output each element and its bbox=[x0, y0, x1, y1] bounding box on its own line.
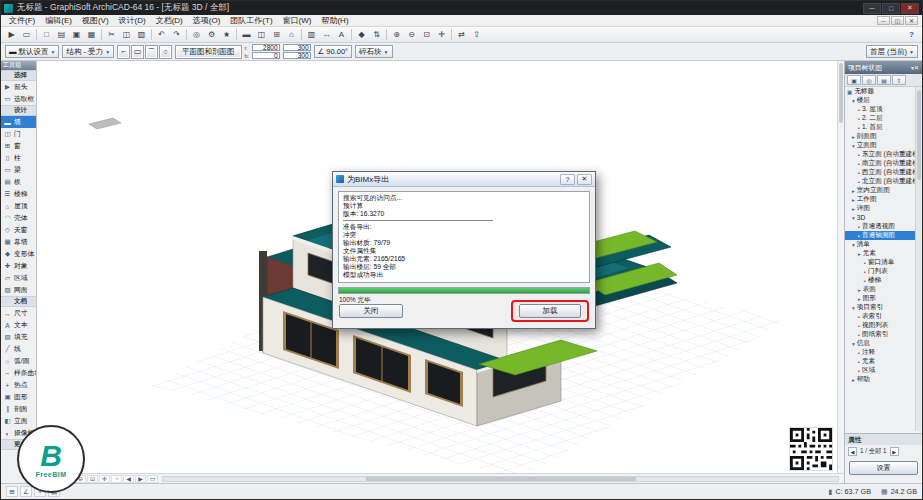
maximize-button[interactable]: □ bbox=[882, 3, 900, 14]
tree-item[interactable]: ▪ 门列表 bbox=[845, 267, 915, 276]
save-button[interactable]: ▣ bbox=[69, 28, 84, 41]
toolbox-item[interactable]: ▶ 箭头 bbox=[1, 81, 36, 93]
cut-button[interactable]: ✂ bbox=[104, 28, 119, 41]
tree-item[interactable]: ▪ 北立面 (自动重建模型) bbox=[845, 177, 915, 186]
toolbox-item[interactable]: ✚ 对象 bbox=[1, 260, 36, 272]
toolbox-item[interactable]: ◠ 壳体 bbox=[1, 212, 36, 224]
wall-angle-field[interactable]: ∠ 90.00° bbox=[314, 45, 353, 58]
close-dialog-button[interactable]: 关闭 bbox=[339, 304, 403, 318]
layers-button[interactable]: ▥ bbox=[304, 28, 319, 41]
project-map-tab[interactable]: ▣ bbox=[847, 75, 861, 85]
tree-item[interactable]: ▪ 窗口清单 bbox=[845, 258, 915, 267]
menu-item[interactable]: 窗口(W) bbox=[278, 15, 317, 26]
toolbox-item[interactable]: ▣ 图形 bbox=[1, 391, 36, 403]
menu-item[interactable]: 设计(D) bbox=[114, 15, 151, 26]
undo-button[interactable]: ↶ bbox=[154, 28, 169, 41]
tree-item[interactable]: ▸ 元素 bbox=[845, 249, 915, 258]
tree-item[interactable]: ▣ 无标题 bbox=[845, 87, 915, 96]
child-close-button[interactable]: ✕ bbox=[905, 16, 918, 25]
close-button[interactable]: ✕ bbox=[901, 3, 919, 14]
tree-item[interactable]: ▪ 南立面 (自动重建模型) bbox=[845, 159, 915, 168]
geometry-rect-button[interactable]: ▭ bbox=[131, 45, 144, 59]
toolbox-item[interactable]: ☰ 楼梯 bbox=[1, 188, 36, 200]
structure-dropdown[interactable]: 结构 - 受力▼ bbox=[62, 45, 114, 58]
settings-button[interactable]: 设置 bbox=[849, 461, 918, 475]
toolbox-item[interactable]: ▭ 梁 bbox=[1, 164, 36, 176]
layout-book-tab[interactable]: ▤ bbox=[877, 75, 891, 85]
tree-item[interactable]: ▪ 注释 bbox=[845, 348, 915, 357]
tree-item[interactable]: ▾ 3D bbox=[845, 213, 915, 222]
publisher-tab[interactable]: ⇧ bbox=[892, 75, 906, 85]
vertical-scrollbar[interactable] bbox=[837, 61, 844, 473]
layout-icon[interactable]: ▭ bbox=[147, 475, 158, 483]
prev-page-button[interactable]: ◀ bbox=[848, 447, 857, 456]
tree-item[interactable]: ▾ 立面图 bbox=[845, 141, 915, 150]
tree-item[interactable]: ▾ 楼层 bbox=[845, 96, 915, 105]
minimize-button[interactable]: ─ bbox=[863, 3, 881, 14]
favorites-button[interactable]: ★ bbox=[219, 28, 234, 41]
new-file-button[interactable]: □ bbox=[39, 28, 54, 41]
geometry-circle-button[interactable]: ○ bbox=[159, 45, 172, 59]
menu-item[interactable]: 文档(D) bbox=[151, 15, 188, 26]
tree-item[interactable]: ▸ 室内立面图 bbox=[845, 186, 915, 195]
dialog-close-icon[interactable]: ✕ bbox=[577, 174, 592, 185]
next-page-button[interactable]: ▶ bbox=[890, 447, 899, 456]
toolbox-item[interactable]: ▭ 选取框 bbox=[1, 93, 36, 105]
copy-button[interactable]: ◫ bbox=[119, 28, 134, 41]
child-minimize-button[interactable]: ─ bbox=[877, 16, 890, 25]
toolbox-item[interactable]: ▨ 网面 bbox=[1, 284, 36, 296]
load-button[interactable]: 加载 bbox=[519, 304, 581, 318]
tree-item[interactable]: ▪ 普通透视图 bbox=[845, 222, 915, 231]
toolbox-item[interactable]: ▤ 板 bbox=[1, 176, 36, 188]
pan-button[interactable]: ✛ bbox=[434, 28, 449, 41]
print-button[interactable]: ▦ bbox=[84, 28, 99, 41]
toolbox-item[interactable]: ↔ 尺寸 bbox=[1, 307, 36, 319]
redo-button[interactable]: ↷ bbox=[169, 28, 184, 41]
toolbox-item[interactable]: ~ 样条曲线 bbox=[1, 367, 36, 379]
tree-item[interactable]: ▪ 图纸索引 bbox=[845, 330, 915, 339]
menu-item[interactable]: 选项(O) bbox=[188, 15, 226, 26]
toolbox-item[interactable]: ○ 弧/圆 bbox=[1, 355, 36, 367]
tree-item[interactable]: ▪ 楼梯 bbox=[845, 276, 915, 285]
object-quick-button[interactable]: ⌂ bbox=[284, 28, 299, 41]
plan-section-button[interactable]: 平面图和剖面图 bbox=[175, 45, 242, 59]
tree-item[interactable]: ▪ 1. 首层 bbox=[845, 123, 915, 132]
tree-item[interactable]: ▪ 普通轴测图 bbox=[845, 231, 915, 240]
geometry-straight-button[interactable]: ⌐ bbox=[117, 45, 130, 59]
menu-item[interactable]: 编辑(E) bbox=[40, 15, 77, 26]
fit-view-icon[interactable]: ⊡ bbox=[87, 475, 98, 483]
toolbox-item[interactable]: A 文本 bbox=[1, 319, 36, 331]
tree-item[interactable]: ▪ 西立面 (自动重建模型) bbox=[845, 168, 915, 177]
tree-item[interactable]: ▪ 元素 bbox=[845, 357, 915, 366]
child-restore-button[interactable]: ◫ bbox=[891, 16, 904, 25]
home-story-dropdown[interactable]: 首层 (当前)▼ bbox=[866, 45, 918, 58]
next-view-icon[interactable]: ▶ bbox=[135, 475, 146, 483]
tree-item[interactable]: ▪ 视图列表 bbox=[845, 321, 915, 330]
toolbox-item[interactable]: 文档 bbox=[1, 296, 36, 307]
menu-item[interactable]: 团队工作(T) bbox=[225, 15, 277, 26]
tree-item[interactable]: ▸ 工作图 bbox=[845, 195, 915, 204]
tree-item[interactable]: ▪ 表索引 bbox=[845, 312, 915, 321]
material-dropdown[interactable]: 碎石块▼ bbox=[355, 45, 392, 58]
toolbox-caption[interactable]: 工具箱 bbox=[1, 61, 36, 70]
tree-item[interactable]: ▸ 详图 bbox=[845, 204, 915, 213]
view-map-tab[interactable]: ◎ bbox=[862, 75, 876, 85]
tree-item[interactable]: ▸ 图形 bbox=[845, 294, 915, 303]
tree-item[interactable]: ▪ 2. 二层 bbox=[845, 114, 915, 123]
previous-view-icon[interactable]: ◀ bbox=[123, 475, 134, 483]
toolbox-item[interactable]: ╱ 线 bbox=[1, 343, 36, 355]
zoom-in-button[interactable]: ⊕ bbox=[389, 28, 404, 41]
toolbox-item[interactable]: ◇ 天窗 bbox=[1, 224, 36, 236]
navigator-scrollbar[interactable] bbox=[915, 87, 922, 431]
teamwork-button[interactable]: ⇄ bbox=[454, 28, 469, 41]
dimension-button[interactable]: ↔ bbox=[319, 28, 334, 41]
wall-top-height-input[interactable]: 2800 bbox=[252, 44, 280, 51]
window-quick-button[interactable]: ⊞ bbox=[269, 28, 284, 41]
menu-item[interactable]: 文件(F) bbox=[4, 15, 40, 26]
door-quick-button[interactable]: ◫ bbox=[254, 28, 269, 41]
toolbox-item[interactable]: ⊞ 窗 bbox=[1, 140, 36, 152]
tree-item[interactable]: ▾ 项目索引 bbox=[845, 303, 915, 312]
toolbox-item[interactable]: ▧ 填充 bbox=[1, 331, 36, 343]
tree-item[interactable]: ▸ 帮助 bbox=[845, 375, 915, 384]
arrow-tool-button[interactable]: ▶ bbox=[4, 28, 19, 41]
